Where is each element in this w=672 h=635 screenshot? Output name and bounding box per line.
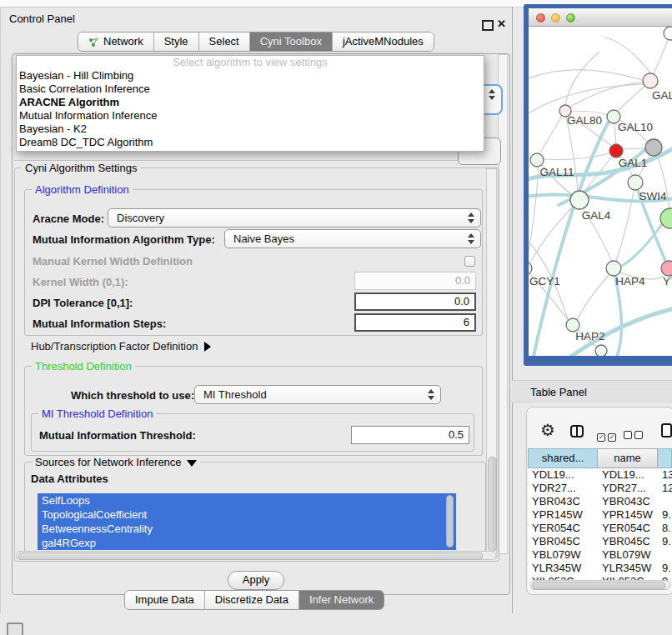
dropdown-item[interactable]: Mutual Information Inference — [17, 109, 484, 122]
attribute-item[interactable]: TopologicalCoefficient — [38, 508, 456, 522]
network-node-gal11[interactable] — [530, 153, 544, 167]
table-column-header[interactable]: name — [598, 448, 658, 468]
tab-select[interactable]: Select — [198, 32, 249, 51]
network-node-gcy1[interactable] — [529, 262, 532, 275]
table-horizontal-scrollbar[interactable] — [529, 580, 671, 590]
table-cell: YDL19... — [528, 468, 598, 482]
table-row[interactable]: YDL19...YDL19...13 — [528, 468, 672, 482]
tab-network[interactable]: Network — [78, 32, 153, 51]
table-column-header[interactable]: shared... — [528, 448, 598, 468]
settings-vertical-scrollbar[interactable] — [486, 168, 497, 558]
node-label: GAL11 — [539, 166, 574, 178]
tab-jactivemnodules[interactable]: jActiveMNodules — [332, 32, 434, 51]
window-minimize-icon[interactable] — [551, 13, 560, 22]
table-body: YDL19...YDL19...13YDR27...YDR27...12YBR0… — [528, 468, 672, 588]
tab-cyni-toolbox[interactable]: Cyni Toolbox — [249, 32, 332, 51]
float-panel-icon[interactable] — [482, 20, 494, 31]
application-window: Control Panel ✕ NetworkStyleSelectCyni T… — [0, 0, 672, 635]
table-row[interactable]: YBL079WYBL079W — [528, 548, 672, 562]
network-node-swi4[interactable] — [628, 175, 643, 190]
attribute-item[interactable]: BetweennessCentrality — [38, 522, 456, 536]
node-label: HAP2 — [575, 330, 604, 342]
dropdown-item[interactable]: Dream8 DC_TDC Algorithm — [17, 136, 484, 149]
table-cell: YLR345W — [528, 562, 598, 575]
table-column-header[interactable] — [658, 448, 672, 468]
node-label: HAP4 — [615, 275, 645, 288]
window-close-icon[interactable] — [536, 13, 545, 22]
list-scrollbar-thumb[interactable] — [446, 495, 454, 548]
table-row[interactable]: YPR145WYPR145W9. — [528, 508, 672, 522]
settings-horizontal-scrollbar[interactable] — [16, 551, 496, 560]
gear-icon[interactable]: ⚙ — [540, 421, 555, 439]
tab-label: Impute Data — [135, 591, 194, 609]
tab-discretize-data[interactable]: Discretize Data — [204, 591, 298, 609]
which-threshold-value: MI Threshold — [203, 388, 267, 401]
kernel-width-label: Kernel Width (0,1): — [33, 276, 128, 288]
mi-algorithm-type-combo[interactable]: Naive Bayes — [224, 229, 481, 248]
algorithm-dropdown-popup: Select algorithm to view settings Bayesi… — [16, 55, 484, 152]
table-cell: 8. — [658, 522, 672, 535]
attribute-item[interactable]: gal4RGexp — [38, 536, 456, 550]
mi-steps-field[interactable]: 6 — [354, 313, 476, 332]
window-zoom-icon[interactable] — [566, 13, 575, 22]
table-cell: YBL079W — [528, 548, 598, 562]
dropdown-item[interactable]: Bayesian - Hill Climbing — [17, 69, 484, 82]
network-node-gal[interactable] — [643, 73, 658, 88]
minimized-panel-icon[interactable] — [7, 622, 23, 635]
attribute-item[interactable]: SelfLoops — [38, 493, 456, 508]
dropdown-item[interactable]: Bayesian - K2 — [17, 122, 484, 136]
unchecked-boxes-icon[interactable] — [624, 428, 645, 442]
table-row[interactable]: YDR27...YDR27...12 — [528, 482, 672, 495]
network-node-y[interactable] — [661, 261, 672, 276]
settings-hscrollbar-thumb[interactable] — [18, 552, 483, 560]
which-threshold-combo[interactable]: MI Threshold — [194, 385, 441, 404]
network-node-gal4[interactable] — [570, 191, 589, 209]
network-node-gal1[interactable] — [609, 144, 623, 158]
table-hscrollbar-thumb[interactable] — [532, 582, 665, 590]
network-graph: GALGAL80GAL10GAL1GAL11SWI4GAL4GCY1HAP4YH… — [529, 27, 672, 356]
table-cell: YER054C — [598, 522, 658, 535]
table-cell: 9. — [658, 508, 672, 522]
table-row[interactable]: YER054CYER054C8. — [528, 522, 672, 535]
table-row[interactable]: YBR043CYBR043C — [528, 495, 672, 508]
manual-kernel-width-checkbox[interactable] — [464, 256, 475, 267]
data-attributes-list[interactable]: SelfLoopsTopologicalCoefficientBetweenne… — [38, 493, 456, 550]
document-icon[interactable] — [661, 423, 672, 438]
settings-scrollbar-thumb[interactable] — [488, 457, 497, 552]
combo-arrows-icon — [468, 233, 474, 244]
threshold-definition-title: Threshold Definition — [32, 360, 135, 372]
network-node-hap4[interactable] — [606, 261, 621, 276]
mi-threshold-definition-title: MI Threshold Definition — [38, 408, 156, 420]
apply-button[interactable]: Apply — [228, 571, 284, 590]
close-icon[interactable]: ✕ — [497, 18, 506, 30]
node-label: GAL4 — [582, 209, 611, 222]
network-node[interactable] — [595, 345, 607, 356]
sources-group-title[interactable]: Sources for Network Inference — [32, 456, 200, 468]
node-label: Y — [663, 275, 670, 288]
network-node[interactable] — [645, 139, 662, 156]
network-canvas[interactable]: GALGAL80GAL10GAL1GAL11SWI4GAL4GCY1HAP4YH… — [529, 27, 672, 356]
tab-infer-network[interactable]: Infer Network — [298, 591, 384, 609]
mi-threshold-field[interactable]: 0.5 — [351, 426, 469, 444]
mi-algorithm-type-label: Mutual Information Algorithm Type: — [33, 233, 215, 246]
hub-section-toggle[interactable]: Hub/Transcription Factor Definition — [31, 340, 211, 352]
tab-impute-data[interactable]: Impute Data — [125, 591, 204, 609]
combo-arrows-icon — [428, 389, 434, 400]
dropdown-item[interactable]: ARACNE Algorithm — [17, 96, 484, 109]
control-panel-tab-bar: NetworkStyleSelectCyni ToolboxjActiveMNo… — [78, 32, 434, 52]
checked-boxes-icon[interactable]: ✓✓ — [597, 428, 619, 442]
aracne-mode-combo[interactable]: Discovery — [108, 208, 481, 228]
network-window-titlebar[interactable] — [529, 8, 672, 27]
table-cell: YBL079W — [598, 548, 658, 562]
kernel-width-field[interactable]: 0.0 — [354, 272, 476, 290]
table-row[interactable]: YBR045CYBR045C9. — [528, 535, 672, 548]
table-cell: YDR27... — [598, 482, 658, 495]
dpi-tolerance-field[interactable]: 0.0 — [354, 292, 476, 311]
table-row[interactable]: YLR345WYLR345W9. — [528, 562, 672, 575]
node-table: shared...name YDL19...YDL19...13YDR27...… — [528, 448, 672, 590]
column-layout-icon[interactable] — [570, 425, 584, 438]
node-label: GAL80 — [567, 114, 602, 127]
dropdown-item[interactable]: Basic Correlation Inference — [17, 82, 484, 96]
network-node[interactable] — [664, 27, 672, 40]
tab-style[interactable]: Style — [153, 32, 198, 51]
